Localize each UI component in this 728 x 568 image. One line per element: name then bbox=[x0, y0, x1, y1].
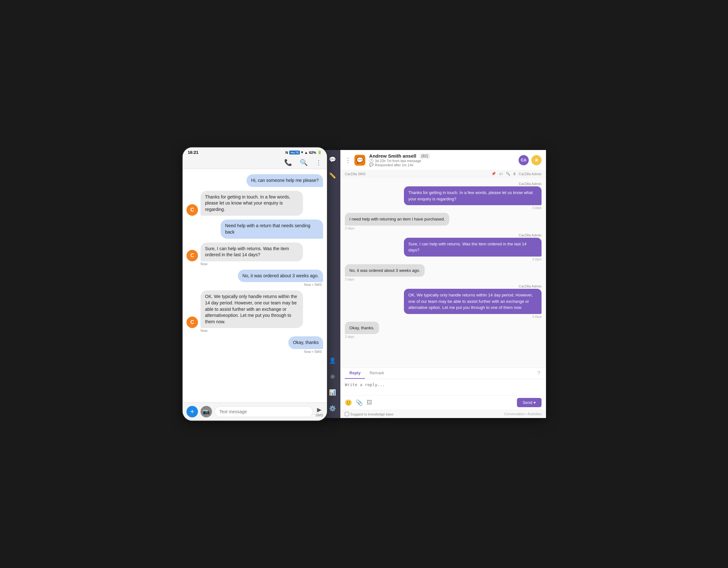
phone-toolbar: 📞 🔍 ⋮ bbox=[183, 156, 327, 169]
crm-msg-time: 3 days bbox=[345, 335, 354, 338]
crm-message-bubble: Sure, I can help with returns. Was the i… bbox=[404, 238, 542, 257]
message-row: Okay, thanks bbox=[186, 336, 323, 349]
sidebar-settings-icon[interactable]: ⚙️ bbox=[327, 403, 337, 413]
avatar: C bbox=[186, 316, 198, 328]
channel-icon: 💬 bbox=[354, 155, 365, 166]
agent-avatar: CA bbox=[519, 155, 529, 165]
remark-tab[interactable]: Remark bbox=[365, 368, 389, 379]
message-bubble: Need help with a return that needs sendi… bbox=[221, 220, 323, 239]
footer-nav-label[interactable]: Conversation • Activities bbox=[504, 412, 542, 416]
message-group: C Sure, I can help with returns. Was the… bbox=[186, 243, 323, 266]
crm-message-row: I need help with returning an item I hav… bbox=[345, 213, 542, 230]
crm-message-bubble: I need help with returning an item I hav… bbox=[345, 213, 449, 226]
message-row: Need help with a return that needs sendi… bbox=[186, 220, 323, 239]
phone-chat-area: Hi, can someone help me please? C Thanks… bbox=[183, 169, 327, 402]
message-group: Okay, thanks Now • SMS bbox=[186, 336, 323, 353]
crm-message-bubble: Okay, thanks. bbox=[345, 322, 379, 334]
signal-icon: ▲ bbox=[304, 151, 308, 155]
crm-reply-toolbar: 🙂 📎 🖼 Send ▾ bbox=[340, 395, 546, 410]
send-button[interactable]: Send ▾ bbox=[517, 398, 542, 407]
avatar: C bbox=[186, 250, 198, 261]
crm-msg-time: 3 days bbox=[532, 206, 542, 210]
message-bubble: Okay, thanks bbox=[288, 336, 323, 349]
crm-main-content: ⋮ 💬 Andrew Smith ansell (82) 🕐 3d 22h 7m… bbox=[340, 150, 546, 418]
add-button[interactable]: + bbox=[186, 406, 198, 417]
reply-input[interactable] bbox=[340, 379, 546, 395]
meta-row-response: 💬 Responded after 1m 14s bbox=[369, 163, 413, 167]
crm-msg-sender: CarZilla Admin bbox=[519, 182, 542, 186]
message-bubble: OK. We typically only handle returns wit… bbox=[201, 290, 303, 328]
count-badge: 8 bbox=[513, 172, 515, 176]
message-timestamp: Now bbox=[186, 262, 323, 266]
crm-message-bubble: OK. We typically only handle returns wit… bbox=[404, 289, 542, 314]
crm-msg-sender: CarZilla Admin bbox=[519, 233, 542, 237]
crm-message-row: CarZilla Admin Sure, I can help with ret… bbox=[345, 233, 542, 261]
phone-status-right: N VoLTE ▾ ▲ 62% 🔋 bbox=[285, 150, 322, 155]
send-dropdown-icon[interactable]: ▾ bbox=[534, 400, 536, 405]
crm-message-bubble: Thanks for getting in touch. In a few wo… bbox=[404, 186, 542, 205]
phone-status-bar: 16:21 N VoLTE ▾ ▲ 62% 🔋 bbox=[183, 148, 327, 156]
volte-icon: VoLTE bbox=[289, 151, 300, 155]
clock-icon: 🕐 bbox=[369, 159, 374, 163]
suggest-knowledge-base[interactable]: Suggest to knowledge base bbox=[345, 412, 393, 416]
crm-header: ⋮ 💬 Andrew Smith ansell (82) 🕐 3d 22h 7m… bbox=[340, 150, 546, 171]
phone-icon[interactable]: 📞 bbox=[284, 159, 292, 166]
sidebar-alert-icon[interactable]: ⊕ bbox=[327, 371, 337, 382]
battery-level: 62% bbox=[309, 151, 316, 155]
sidebar-chart-icon[interactable]: 📊 bbox=[327, 387, 337, 398]
message-timestamp: Now bbox=[186, 329, 323, 332]
search-icon[interactable]: 🔍 bbox=[506, 172, 510, 176]
image-icon[interactable]: 🖼 bbox=[367, 399, 372, 406]
contact-tag: (82) bbox=[420, 154, 430, 159]
suggest-checkbox[interactable] bbox=[345, 412, 349, 416]
sidebar-chat-icon[interactable]: 💬 bbox=[327, 155, 337, 165]
crm-message-row: Okay, thanks. 3 days bbox=[345, 322, 542, 339]
more-icon[interactable]: ⋮ bbox=[315, 159, 322, 166]
message-row: No, it was ordered about 3 weeks ago. bbox=[186, 270, 323, 283]
contact-name: Andrew Smith ansell bbox=[369, 153, 416, 159]
crm-header-right: CA ★ bbox=[519, 155, 542, 165]
sidebar-edit-icon[interactable]: ✏️ bbox=[327, 171, 337, 181]
crm-reply-area: Reply Remark ? 🙂 📎 🖼 Send ▾ bbox=[340, 367, 546, 410]
message-row: C Sure, I can help with returns. Was the… bbox=[186, 243, 323, 261]
sidebar-add-contact-icon[interactable]: 👤 bbox=[327, 355, 337, 366]
message-timestamp: Now • SMS bbox=[186, 283, 323, 286]
avatar: C bbox=[186, 204, 198, 216]
network-icon: N bbox=[285, 151, 288, 155]
crm-msg-time: 3 days bbox=[345, 278, 354, 281]
battery-icon: 🔋 bbox=[317, 150, 322, 155]
more-options-icon[interactable]: ⋮ bbox=[345, 156, 351, 164]
send-button[interactable]: ▶ SMS bbox=[315, 406, 323, 417]
text-message-input[interactable] bbox=[215, 406, 313, 417]
message-bubble: Sure, I can help with returns. Was the i… bbox=[201, 243, 303, 261]
phone-time: 16:21 bbox=[188, 150, 198, 155]
starred-icon[interactable]: ★ bbox=[531, 155, 542, 165]
emoji-icon[interactable]: 🙂 bbox=[345, 399, 352, 406]
crm-msg-sender: CarZilla Admin bbox=[519, 284, 542, 288]
message-timestamp: Now • SMS bbox=[186, 350, 323, 353]
camera-button[interactable]: 📷 bbox=[201, 406, 212, 417]
crm-message-row: No, it was ordered about 3 weeks ago. 3 … bbox=[345, 264, 542, 282]
meta-row-time: 🕐 3d 22h 7m from last message bbox=[369, 159, 421, 163]
crm-msg-time: 3 days bbox=[345, 227, 354, 230]
message-bubble: Hi, can someone help me please? bbox=[246, 174, 323, 187]
crm-panel: 💬 ✏️ 👤 ⊕ 📊 ⚙️ ⋮ 💬 Andrew Smith ansell (8… bbox=[324, 150, 546, 418]
tag-icon[interactable]: 🏷 bbox=[499, 172, 503, 176]
phone-input-bar: + 📷 ▶ SMS bbox=[183, 402, 327, 420]
admin-label: CarZilla Admin bbox=[519, 172, 542, 176]
crm-message-bubble: No, it was ordered about 3 weeks ago. bbox=[345, 264, 425, 277]
wifi-icon: ▾ bbox=[301, 150, 303, 155]
message-row: C Thanks for getting in touch. In a few … bbox=[186, 191, 323, 216]
crm-msg-time: 3 days bbox=[532, 315, 542, 318]
search-icon[interactable]: 🔍 bbox=[300, 159, 308, 166]
attachment-icon[interactable]: 📎 bbox=[356, 399, 363, 406]
crm-footer-bar: Suggest to knowledge base Conversation •… bbox=[340, 410, 546, 418]
pin-icon[interactable]: 📌 bbox=[491, 172, 496, 176]
message-group: C OK. We typically only handle returns w… bbox=[186, 290, 323, 332]
crm-reply-tabs: Reply Remark ? bbox=[340, 368, 546, 379]
help-icon[interactable]: ? bbox=[536, 368, 542, 379]
channel-label: CarZilla SMS bbox=[345, 172, 366, 176]
message-group: No, it was ordered about 3 weeks ago. No… bbox=[186, 270, 323, 287]
crm-msg-time: 3 days bbox=[532, 258, 542, 261]
reply-tab[interactable]: Reply bbox=[345, 368, 365, 379]
